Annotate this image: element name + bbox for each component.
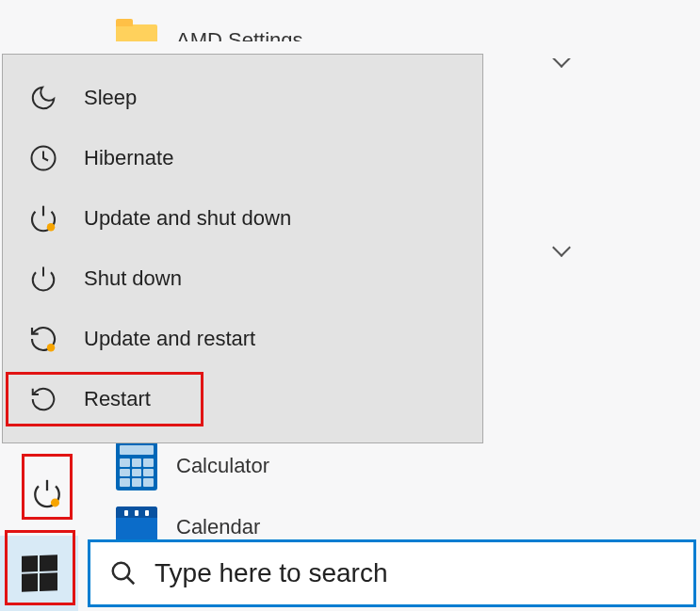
power-menu: Sleep Hibernate Update and shut down Shu…	[2, 54, 483, 443]
menu-item-shutdown[interactable]: Shut down	[3, 249, 482, 309]
app-list-label: Calendar	[176, 515, 260, 539]
menu-item-label: Hibernate	[84, 146, 173, 170]
search-box[interactable]: Type here to search	[88, 539, 696, 607]
windows-logo-icon	[22, 555, 57, 591]
svg-point-2	[47, 344, 56, 352]
menu-item-update-shutdown[interactable]: Update and shut down	[3, 188, 482, 249]
chevron-down-icon[interactable]	[552, 238, 571, 257]
restart-update-icon	[27, 323, 59, 355]
search-icon	[109, 559, 138, 587]
menu-item-sleep[interactable]: Sleep	[3, 68, 482, 128]
calculator-icon	[116, 442, 157, 490]
moon-icon	[27, 82, 59, 114]
menu-item-label: Restart	[84, 387, 151, 411]
menu-item-label: Shut down	[84, 266, 182, 291]
search-placeholder: Type here to search	[155, 558, 387, 588]
power-icon	[27, 263, 59, 295]
menu-item-label: Update and shut down	[84, 206, 291, 231]
app-list-label: Calculator	[176, 454, 269, 478]
power-button[interactable]	[21, 468, 73, 519]
start-button[interactable]	[0, 536, 78, 611]
menu-item-restart[interactable]: Restart	[3, 369, 482, 429]
svg-point-3	[50, 498, 58, 506]
menu-item-label: Sleep	[84, 86, 137, 110]
app-list-item-calculator[interactable]: Calculator	[116, 442, 269, 490]
power-update-icon	[27, 202, 59, 234]
menu-item-update-restart[interactable]: Update and restart	[3, 309, 482, 369]
svg-point-4	[113, 563, 130, 580]
clock-icon	[27, 142, 59, 174]
menu-item-label: Update and restart	[84, 327, 255, 351]
menu-item-hibernate[interactable]: Hibernate	[3, 128, 482, 188]
svg-point-1	[47, 223, 56, 232]
restart-icon	[27, 383, 59, 415]
